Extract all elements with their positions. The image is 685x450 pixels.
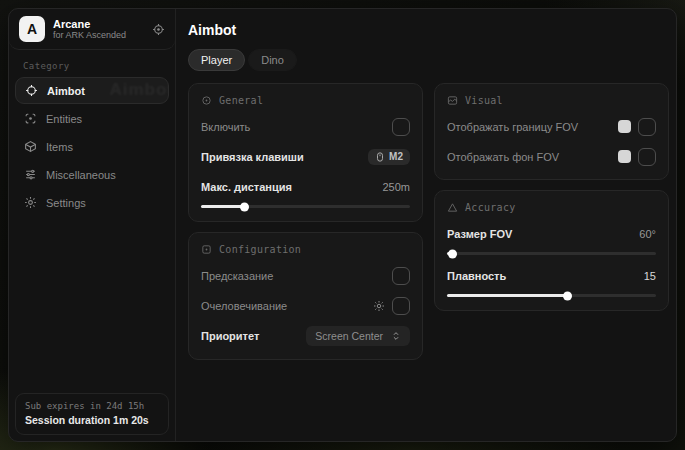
accuracy-icon [447,202,458,213]
humanize-label: Очеловечивание [201,300,287,312]
tab-dino[interactable]: Dino [248,49,297,71]
accuracy-card: Accuracy Размер FOV 60° Плавность 15 [434,190,669,311]
enable-label: Включить [201,121,250,133]
fov-background-checkbox[interactable] [638,148,656,166]
keybind-button[interactable]: M2 [368,149,410,165]
smoothness-label: Плавность [447,270,506,282]
sidebar-item-label: Entities [46,113,82,125]
general-card: General Включить Привязка клавиши [188,83,423,222]
configuration-card-title: Configuration [219,244,301,255]
app-window: A Arcane for ARK Ascended Category [8,8,677,442]
humanize-checkbox[interactable] [392,297,410,315]
app-name: Arcane [53,18,144,31]
crosshair-icon [25,84,38,97]
visual-card: Visual Отображать границу FOV Отображать… [434,83,669,180]
fov-size-label: Размер FOV [447,228,512,240]
slider-thumb[interactable] [448,249,457,258]
sidebar: A Arcane for ARK Ascended Category [9,9,176,441]
visual-card-title: Visual [465,95,503,106]
package-icon [24,140,37,153]
prediction-checkbox[interactable] [392,267,410,285]
configuration-card: Configuration Предсказание Очеловечивани… [188,232,423,360]
fov-border-checkbox[interactable] [638,118,656,136]
session-info-card: Sub expires in 24d 15h Session duration … [15,393,169,435]
slider-thumb[interactable] [240,202,249,211]
priority-dropdown[interactable]: Screen Center [306,326,410,346]
scan-icon [24,112,37,125]
general-icon [201,95,212,106]
keybind-value: M2 [389,151,403,162]
fov-size-value: 60° [639,228,656,240]
max-distance-value: 250m [382,181,410,193]
keybind-label: Привязка клавиши [201,151,304,163]
category-label: Category [23,61,175,71]
accuracy-card-title: Accuracy [465,202,516,213]
smoothness-slider[interactable] [447,294,656,297]
prediction-label: Предсказание [201,270,273,282]
sidebar-nav: Aimbot Aimbot Entities Item [9,77,175,217]
fov-border-color-swatch[interactable] [618,120,631,133]
slider-thumb[interactable] [563,291,572,300]
humanize-settings-icon[interactable] [373,300,385,312]
tab-bar: Player Dino [188,49,665,71]
sidebar-item-entities[interactable]: Entities [15,105,169,132]
max-distance-label: Макс. дистанция [201,181,292,193]
app-logo: A [19,16,45,42]
aimbot-watermark: Aimbot [109,80,169,100]
configuration-icon [201,244,212,255]
general-card-title: General [219,95,263,106]
main-content: Aimbot Player Dino General [176,9,676,441]
enable-checkbox[interactable] [392,118,410,136]
app-title-block: Arcane for ARK Ascended [53,18,144,41]
priority-label: Приоритет [201,330,259,342]
sliders-icon [24,168,37,181]
fov-border-label: Отображать границу FOV [447,121,578,133]
priority-value: Screen Center [315,330,383,342]
sidebar-item-items[interactable]: Items [15,133,169,160]
tab-player[interactable]: Player [188,49,245,71]
target-icon[interactable] [152,23,165,36]
sidebar-item-label: Items [46,141,73,153]
sidebar-item-settings[interactable]: Settings [15,189,169,216]
smoothness-value: 15 [644,270,656,282]
page-title: Aimbot [188,22,665,38]
chevrons-up-down-icon [391,331,401,341]
app-subtitle: for ARK Ascended [53,30,144,40]
sidebar-item-miscellaneous[interactable]: Miscellaneous [15,161,169,188]
fov-background-label: Отображать фон FOV [447,151,559,163]
sidebar-item-label: Aimbot [47,85,85,97]
visual-icon [447,95,458,106]
sidebar-item-label: Miscellaneous [46,169,116,181]
sidebar-header: A Arcane for ARK Ascended [9,9,175,50]
session-duration-text: Session duration 1m 20s [25,414,159,426]
sidebar-item-aimbot[interactable]: Aimbot Aimbot [15,77,169,104]
fov-size-slider[interactable] [447,252,656,255]
max-distance-slider[interactable] [201,205,410,208]
sub-expires-text: Sub expires in 24d 15h [25,401,159,411]
gear-icon [24,196,37,209]
fov-background-color-swatch[interactable] [618,150,631,163]
sidebar-item-label: Settings [46,197,86,209]
mouse-icon [375,151,385,163]
